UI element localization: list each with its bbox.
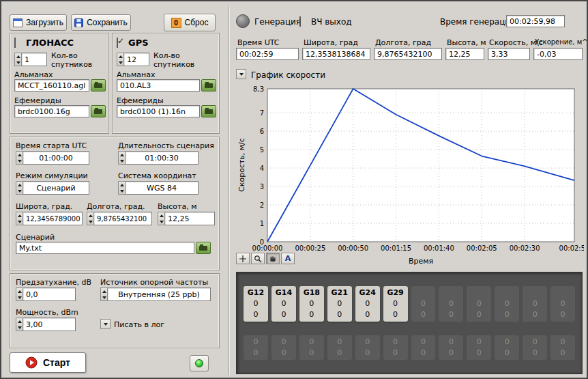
satellite-value: 0 [383,310,408,320]
satellite-id [550,288,575,298]
spinner-arrows[interactable] [16,151,23,165]
coord-system-value[interactable]: WGS 84 [126,181,199,195]
glonass-almanac-field[interactable]: МССТ_160110.agl [14,79,89,92]
svg-text:00:02:30: 00:02:30 [510,244,540,251]
spinner-arrows[interactable] [16,287,23,301]
spinner-arrows[interactable] [16,318,23,331]
spinner-arrows[interactable] [158,212,165,225]
svg-text:00:01:15: 00:01:15 [381,244,411,251]
longitude-value[interactable]: 9,8765432100 [94,212,152,225]
satellite-id: G14 [271,288,296,298]
svg-text:00:01:40: 00:01:40 [424,244,454,251]
latitude-value[interactable]: 12,3456789000 [23,212,83,225]
satellite-value: 0 [523,299,547,309]
svg-text:3: 3 [260,183,264,191]
satellite-value: 0 [244,310,268,320]
glonass-checkbox[interactable] [14,38,16,48]
gps-ephemeris-browse-button[interactable] [201,105,216,117]
start-time-value[interactable]: 01:00:00 [23,151,89,165]
save-button[interactable]: Сохранить [71,14,131,31]
spinner-arrows[interactable] [118,151,126,165]
glonass-almanac-browse-button[interactable] [91,79,106,92]
preattenuation-value[interactable]: 0,0 [23,287,76,301]
load-icon [13,18,23,27]
satellite-cell: 00 [327,335,352,360]
gps-almanac-browse-button[interactable] [201,79,216,92]
satellite-value: 0 [299,310,324,320]
satellite-value: 0 [550,310,575,320]
satellite-value: 0 [355,337,380,347]
longitude-spinner[interactable]: 9,8765432100 [87,212,152,225]
reset-button[interactable]: 0 Сброс [164,14,216,31]
start-time-spinner[interactable]: 01:00:00 [16,151,89,165]
coord-system-ring[interactable]: WGS 84 [118,181,199,195]
scenario-file-field[interactable]: My.txt [16,242,194,254]
spinner-arrows[interactable] [87,212,94,225]
generation-label: Генерация [254,17,301,27]
load-button[interactable]: Загрузить [10,14,67,31]
altitude-value[interactable]: 12,25 [165,212,215,225]
spinner-arrows[interactable] [16,212,23,225]
satellite-value: 0 [299,337,324,347]
glonass-count-value[interactable]: 1 [22,53,47,66]
start-button[interactable]: Старт [10,352,86,373]
log-expand-button[interactable] [100,319,111,329]
gps-almanac-field[interactable]: 010.AL3 [117,79,200,92]
scenario-browse-button[interactable] [196,242,211,254]
spinner-arrows[interactable] [16,181,23,195]
gps-checkbox[interactable] [117,38,118,48]
text-tool-button[interactable]: A [281,253,295,264]
reset-button-label: Сброс [185,18,209,27]
speed-chart[interactable]: 012345678,300:00:0000:00:2500:00:5000:01… [244,79,584,251]
altitude-spinner[interactable]: 12,25 [158,212,215,225]
ref-source-label: Источник опорной частоты [100,278,208,287]
latitude-readout-field: 12,3538138684 [302,48,370,60]
satellite-table: G1200G1400G1800G2100G2400G29000000000000… [236,272,583,374]
ref-source-ring[interactable]: Внутренняя (25 ppb) [100,287,211,301]
gps-ephemeris-field[interactable]: brdc0100 (1).16n [117,105,200,117]
gps-ephemeris-label: Ефемериды [117,96,164,105]
utc-time-label: Время UTC [237,38,280,47]
ref-source-value[interactable]: Внутренняя (25 ppb) [108,287,211,301]
satellite-value: 0 [355,310,380,320]
sim-mode-value[interactable]: Сценарий [23,181,89,195]
satellite-cell: 00 [523,286,547,322]
cursor-tool-button[interactable] [236,253,250,264]
spinner-arrows[interactable] [14,53,22,66]
satellite-value: 0 [299,299,324,309]
svg-text:00:02:05: 00:02:05 [467,244,497,251]
spinner-arrows[interactable] [100,287,108,301]
power-value[interactable]: 3,00 [23,318,76,331]
spinner-arrows[interactable] [118,181,126,195]
satellite-value: 0 [411,299,436,309]
satellite-value: 0 [327,299,352,309]
rf-output-checkbox[interactable] [299,16,301,27]
folder-icon [199,246,207,251]
generation-led [236,14,250,28]
glonass-ephemeris-browse-button[interactable] [91,105,106,117]
duration-spinner[interactable]: 01:00:30 [118,151,199,165]
chart-collapse-button[interactable] [236,69,246,79]
altitude-readout-field: 12,25 [445,48,484,60]
latitude-spinner[interactable]: 12,3456789000 [16,212,83,225]
glonass-ephemeris-field[interactable]: brdc0100.16g [14,105,89,117]
power-spinner[interactable]: 3,00 [16,318,76,331]
reset-counter-badge: 0 [171,18,181,28]
spinner-arrows[interactable] [117,53,124,66]
svg-text:4: 4 [260,165,264,172]
gps-count-value[interactable]: 12 [124,53,149,66]
satellite-value: 0 [523,310,547,320]
zoom-tool-button[interactable] [251,253,265,264]
gps-count-spinner[interactable]: 12 [117,53,149,66]
glonass-count-spinner[interactable]: 1 [14,53,47,66]
satellite-value: 0 [550,337,575,347]
preattenuation-spinner[interactable]: 0,0 [16,287,76,301]
run-led-button[interactable] [190,355,209,371]
glonass-count-label: Кол-во спутников [51,51,106,69]
sim-mode-ring[interactable]: Сценарий [16,181,89,195]
pan-tool-button[interactable] [266,253,280,264]
gnss-simulator-window: Загрузить Сохранить 0 Сброс ГЛОНАСС 1 Ко… [0,0,588,379]
scenario-settings-box: Время старта UTC 01:00:00 Длительность с… [10,137,220,270]
save-button-label: Сохранить [87,18,128,27]
duration-value[interactable]: 01:00:30 [126,151,199,165]
